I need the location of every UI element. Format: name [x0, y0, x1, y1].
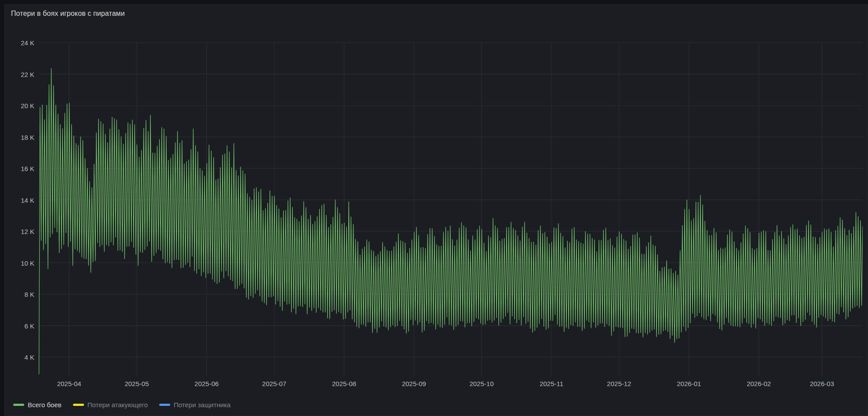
series-line-total-battles — [39, 68, 864, 374]
legend-color-pill — [73, 404, 84, 406]
y-axis-tick-label: 8 K — [4, 291, 34, 298]
y-axis-tick-label: 4 K — [4, 354, 34, 361]
x-axis-tick-label: 2025-04 — [57, 380, 81, 387]
x-axis-tick-label: 2025-08 — [332, 380, 356, 387]
legend-item-total-battles[interactable]: Всего боев — [13, 401, 62, 409]
x-axis-tick-label: 2026-01 — [677, 380, 701, 387]
y-axis-tick-label: 12 K — [4, 228, 34, 235]
x-axis-tick-label: 2025-11 — [540, 380, 563, 387]
legend: Всего боевПотери атакующегоПотери защитн… — [13, 398, 230, 411]
timeseries-plot-area[interactable] — [0, 0, 868, 416]
y-axis-tick-label: 14 K — [4, 196, 34, 204]
y-axis-tick-label: 16 K — [4, 165, 34, 172]
y-axis-tick-label: 22 K — [4, 70, 34, 78]
legend-item-attacker-losses[interactable]: Потери атакующего — [73, 401, 148, 409]
x-axis-tick-label: 2025-12 — [607, 380, 631, 387]
y-axis-tick-label: 6 K — [4, 322, 34, 329]
legend-color-pill — [13, 404, 24, 406]
x-axis-tick-label: 2025-09 — [402, 380, 426, 387]
x-axis-tick-label: 2025-10 — [470, 380, 494, 387]
x-axis-tick-label: 2025-06 — [194, 380, 219, 387]
y-axis-tick-label: 24 K — [4, 39, 34, 47]
x-axis-tick-label: 2025-07 — [262, 380, 286, 387]
legend-item-label: Потери атакующего — [88, 401, 148, 409]
legend-color-pill — [159, 404, 170, 406]
x-axis-tick-label: 2025-05 — [124, 380, 149, 387]
x-axis-tick-label: 2026-02 — [747, 380, 771, 387]
x-axis-tick-label: 2026-03 — [810, 380, 834, 387]
y-axis-tick-label: 18 K — [4, 133, 34, 141]
legend-item-label: Потери защитника — [174, 401, 230, 409]
y-axis-tick-label: 10 K — [4, 259, 34, 266]
legend-item-defender-losses[interactable]: Потери защитника — [159, 401, 230, 409]
legend-item-label: Всего боев — [28, 401, 62, 409]
y-axis-tick-label: 20 K — [4, 102, 34, 109]
